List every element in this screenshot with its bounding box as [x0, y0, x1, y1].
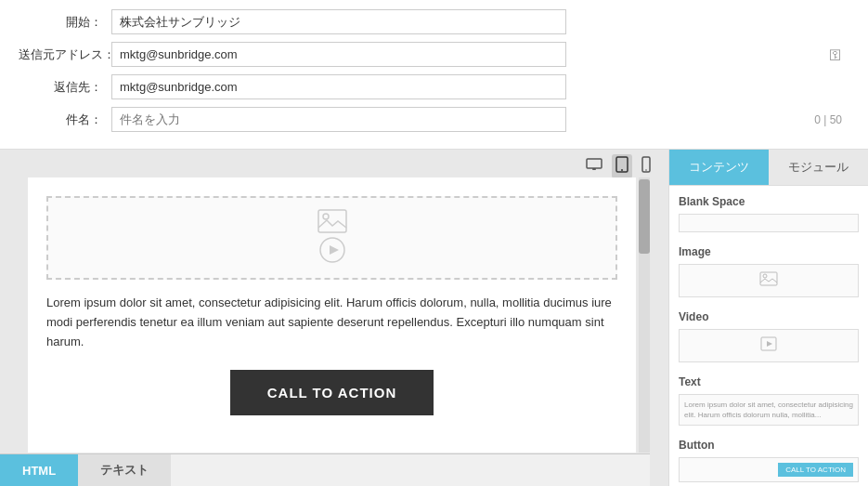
sidebar-tabs: コンテンツ モジュール	[669, 150, 868, 186]
reply-to-input-wrap	[111, 74, 849, 99]
image-label: Image	[679, 245, 859, 258]
svg-point-4	[621, 169, 623, 171]
video-module: Video	[679, 310, 859, 362]
char-count: 0 | 50	[814, 113, 842, 126]
html-tab[interactable]: HTML	[0, 454, 78, 486]
blank-space-label: Blank Space	[679, 195, 859, 208]
reply-to-row: 返信先：	[19, 74, 849, 99]
content-editor: Lorem ipsum dolor sit amet, consectetur …	[0, 150, 668, 486]
subject-input[interactable]	[111, 107, 566, 132]
start-input[interactable]	[111, 9, 566, 34]
start-row: 開始：	[19, 9, 849, 34]
svg-point-8	[323, 214, 329, 219]
main-area: Lorem ipsum dolor sit amet, consectetur …	[0, 150, 868, 486]
mobile-button[interactable]	[638, 154, 654, 178]
subject-label: 件名：	[19, 112, 111, 128]
scrollbar-thumb[interactable]	[639, 179, 650, 254]
text-module: Text Lorem ipsum dolor sit amet, consect…	[679, 375, 859, 426]
device-toolbar	[582, 154, 654, 178]
image-module: Image	[679, 245, 859, 297]
svg-marker-10	[330, 245, 339, 255]
svg-rect-0	[587, 159, 602, 168]
image-icon	[317, 209, 347, 240]
lorem-text: Lorem ipsum dolor sit amet, consectetur …	[46, 294, 617, 351]
key-icon: ⚿	[829, 47, 842, 62]
editor-scroll-area[interactable]: Lorem ipsum dolor sit amet, consectetur …	[28, 177, 636, 453]
blank-space-module: Blank Space	[679, 195, 859, 232]
module-tab[interactable]: モジュール	[769, 150, 868, 185]
start-input-wrap	[111, 9, 849, 34]
svg-rect-7	[318, 210, 346, 232]
svg-marker-14	[767, 341, 772, 347]
button-preview[interactable]: CALL TO ACTION	[679, 457, 859, 482]
image-preview[interactable]	[679, 264, 859, 297]
text-tab[interactable]: テキスト	[78, 454, 171, 486]
image-module-icon	[759, 271, 778, 290]
blank-space-preview[interactable]	[679, 214, 859, 232]
cta-button[interactable]: CALL TO ACTION	[230, 370, 434, 415]
reply-to-label: 返信先：	[19, 79, 111, 96]
desktop-button[interactable]	[582, 156, 606, 177]
svg-point-12	[763, 274, 767, 278]
text-label: Text	[679, 375, 859, 388]
reply-to-input[interactable]	[111, 74, 566, 99]
subject-input-wrap: 0 | 50	[111, 107, 849, 132]
video-label: Video	[679, 310, 859, 323]
bottom-tabs: HTML テキスト	[0, 453, 650, 486]
start-label: 開始：	[19, 14, 111, 31]
from-address-input-wrap: ⚿	[111, 42, 849, 67]
video-preview[interactable]	[679, 329, 859, 362]
email-form: 開始： 送信元アドレス： ⚿ 返信先： 件名： 0 | 50	[0, 0, 868, 150]
button-label: Button	[679, 439, 859, 452]
sidebar-content: Blank Space Image Vi	[669, 186, 868, 486]
image-video-placeholder	[46, 196, 617, 280]
cta-button-wrap: CALL TO ACTION	[46, 370, 617, 415]
svg-rect-11	[760, 272, 777, 285]
tablet-button[interactable]	[612, 154, 632, 178]
text-preview[interactable]: Lorem ipsum dolor sit amet, consectetur …	[679, 394, 859, 426]
button-module: Button CALL TO ACTION	[679, 439, 859, 482]
subject-row: 件名： 0 | 50	[19, 107, 849, 132]
sidebar: コンテンツ モジュール Blank Space Image	[668, 150, 868, 486]
video-module-icon	[760, 336, 777, 355]
module-cta-button[interactable]: CALL TO ACTION	[778, 463, 853, 477]
from-address-label: 送信元アドレス：	[19, 46, 111, 63]
from-address-row: 送信元アドレス： ⚿	[19, 42, 849, 67]
play-icon	[319, 237, 345, 269]
svg-point-6	[645, 169, 647, 171]
content-tab[interactable]: コンテンツ	[669, 150, 769, 185]
from-address-input[interactable]	[111, 42, 566, 67]
